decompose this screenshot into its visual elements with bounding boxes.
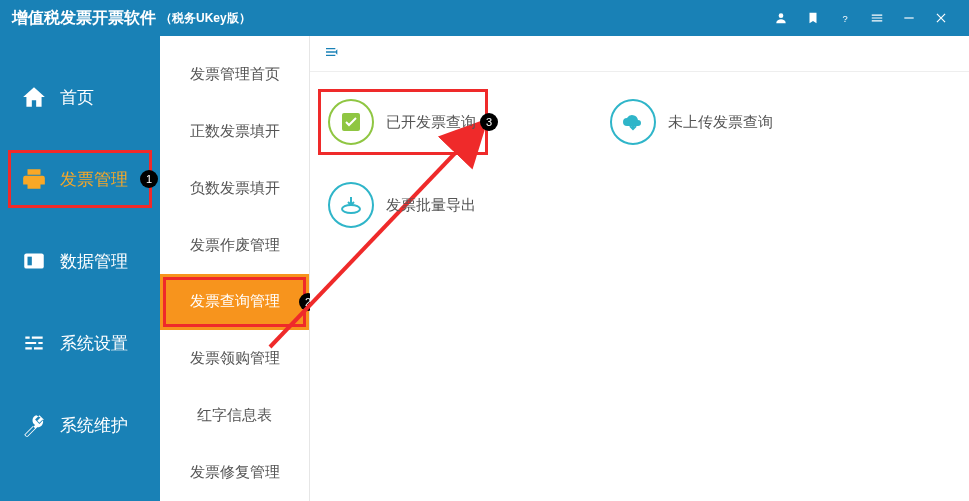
submenu-item-query[interactable]: 发票查询管理 2: [160, 274, 309, 331]
annotation-badge-3: 3: [480, 113, 498, 131]
bookmark-icon[interactable]: [797, 0, 829, 36]
sidebar: 首页 发票管理 1 数据管理 系统设置: [0, 36, 160, 501]
sidebar-item-label: 数据管理: [60, 250, 128, 273]
user-icon[interactable]: [765, 0, 797, 36]
sidebar-item-label: 发票管理: [60, 168, 128, 191]
submenu-item-label: 发票作废管理: [190, 236, 280, 255]
sidebar-item-label: 首页: [60, 86, 94, 109]
annotation-badge-1: 1: [140, 170, 158, 188]
help-icon[interactable]: ?: [829, 0, 861, 36]
submenu: 发票管理首页 正数发票填开 负数发票填开 发票作废管理 发票查询管理 2 发票领…: [160, 36, 310, 501]
printer-icon: [20, 165, 48, 193]
sidebar-item-maint[interactable]: 系统维护: [0, 384, 160, 466]
tile-notuploaded-query[interactable]: 未上传发票查询: [610, 97, 773, 147]
svg-rect-2: [904, 17, 913, 18]
sidebar-item-label: 系统设置: [60, 332, 128, 355]
submenu-item-void[interactable]: 发票作废管理: [160, 217, 309, 274]
svg-point-6: [342, 205, 360, 213]
sliders-icon: [20, 329, 48, 357]
tools-icon: [20, 411, 48, 439]
collapse-icon[interactable]: [324, 44, 340, 64]
submenu-item-label: 发票修复管理: [190, 463, 280, 482]
sidebar-item-data[interactable]: 数据管理: [0, 220, 160, 302]
content: 已开发票查询 3 未上传发票查询 发票批量导出: [310, 36, 969, 501]
tile-issued-query[interactable]: 已开发票查询 3: [328, 97, 476, 147]
svg-rect-3: [24, 253, 44, 268]
submenu-item-pos[interactable]: 正数发票填开: [160, 103, 309, 160]
submenu-item-label: 发票管理首页: [190, 65, 280, 84]
submenu-item-repair[interactable]: 发票修复管理: [160, 444, 309, 501]
submenu-item-home[interactable]: 发票管理首页: [160, 46, 309, 103]
content-toolbar: [310, 36, 969, 72]
sidebar-item-label: 系统维护: [60, 414, 128, 437]
submenu-item-label: 负数发票填开: [190, 179, 280, 198]
export-icon: [328, 182, 374, 228]
data-icon: [20, 247, 48, 275]
tile-batch-export[interactable]: 发票批量导出: [328, 180, 476, 230]
check-icon: [328, 99, 374, 145]
submenu-item-purchase[interactable]: 发票领购管理: [160, 330, 309, 387]
home-icon: [20, 83, 48, 111]
sidebar-item-invoice[interactable]: 发票管理 1: [0, 138, 160, 220]
sidebar-item-settings[interactable]: 系统设置: [0, 302, 160, 384]
submenu-item-label: 发票查询管理: [190, 292, 280, 311]
cloud-upload-icon: [610, 99, 656, 145]
app-title: 增值税发票开票软件: [12, 8, 156, 29]
tile-label: 已开发票查询: [386, 113, 476, 132]
close-icon[interactable]: [925, 0, 957, 36]
menu-icon[interactable]: [861, 0, 893, 36]
svg-rect-4: [28, 257, 32, 266]
body: 首页 发票管理 1 数据管理 系统设置: [0, 36, 969, 501]
submenu-item-red[interactable]: 红字信息表: [160, 387, 309, 444]
svg-text:?: ?: [842, 14, 847, 24]
tile-label: 发票批量导出: [386, 196, 476, 215]
submenu-item-neg[interactable]: 负数发票填开: [160, 160, 309, 217]
tile-label: 未上传发票查询: [668, 113, 773, 132]
titlebar: 增值税发票开票软件 （税务UKey版） ?: [0, 0, 969, 36]
minimize-icon[interactable]: [893, 0, 925, 36]
sidebar-item-home[interactable]: 首页: [0, 56, 160, 138]
svg-point-0: [779, 13, 784, 18]
app-subtitle: （税务UKey版）: [160, 10, 251, 27]
submenu-item-label: 红字信息表: [197, 406, 272, 425]
app-root: 增值税发票开票软件 （税务UKey版） ? 首页: [0, 0, 969, 501]
submenu-item-label: 正数发票填开: [190, 122, 280, 141]
submenu-item-label: 发票领购管理: [190, 349, 280, 368]
